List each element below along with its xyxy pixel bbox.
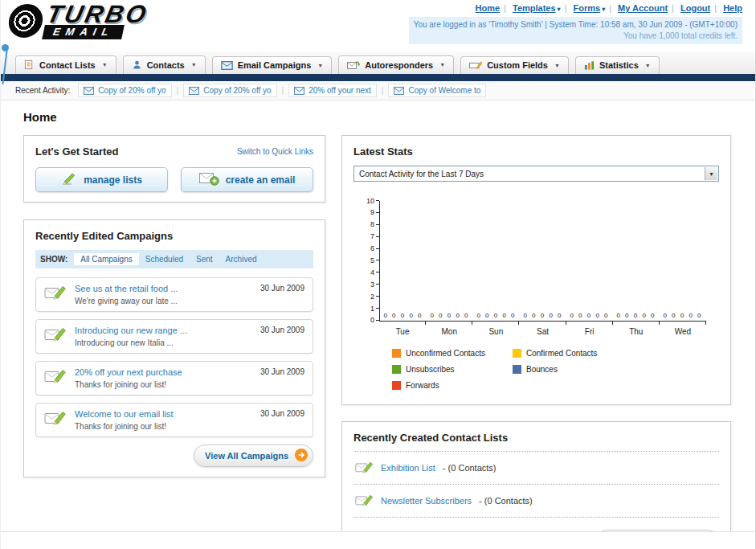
x-axis-tick xyxy=(519,322,566,325)
campaign-list-item: Introducing our new range ... Introducin… xyxy=(35,319,313,354)
logo-text: TURBO EMAIL xyxy=(42,2,150,39)
stats-period-dropdown[interactable]: Contact Activity for the Last 7 Days ▼ xyxy=(353,166,719,182)
filter-tab-all-campaigns[interactable]: All Campaigns xyxy=(74,253,138,265)
contact-activity-chart: 109876543210 0 0 0 0 00 0 0 0 00 0 0 0 0… xyxy=(353,201,719,336)
contact-list-link[interactable]: Newsletter Subscribers xyxy=(381,496,472,506)
contact-list-link[interactable]: Exhibition List xyxy=(381,463,435,473)
campaign-title-link[interactable]: 20% off your next purchase xyxy=(75,367,252,377)
nav-help-link[interactable]: Help xyxy=(723,3,742,13)
y-axis-label: 7 xyxy=(360,233,379,240)
x-axis-tick xyxy=(566,322,613,325)
main-content: Home Let's Get Started Switch to Quick L… xyxy=(1,100,755,549)
recent-activity-chip: 20% off your next xyxy=(288,84,377,97)
nav-templates: Templates▾ xyxy=(513,3,570,13)
campaign-title-link[interactable]: See us at the retail food ... xyxy=(75,284,252,293)
chart-values-group: 0 0 0 0 0 xyxy=(613,312,660,319)
email-campaigns-icon xyxy=(221,61,233,70)
y-axis-label: 8 xyxy=(360,221,379,228)
view-all-campaigns-button[interactable]: View All Campaigns xyxy=(194,445,313,467)
recent-contact-lists-panel: Recently Created Contact Lists Exhibitio… xyxy=(341,421,731,549)
recent-activity-link[interactable]: Copy of 20% off yo xyxy=(203,86,271,95)
get-started-panel: Let's Get Started Switch to Quick Links … xyxy=(23,135,325,203)
chart-values-group: 0 0 0 0 0 xyxy=(473,312,520,319)
get-started-title: Let's Get Started xyxy=(35,145,119,158)
x-axis-label: Thu xyxy=(613,327,660,336)
y-axis-label: 2 xyxy=(360,293,379,300)
y-axis-label: 9 xyxy=(360,209,379,216)
create-email-button[interactable]: create an email xyxy=(181,167,313,192)
x-axis-label: Tue xyxy=(379,327,426,336)
tab-email-campaigns[interactable]: Email Campaigns ▼ xyxy=(212,56,333,74)
custom-fields-icon xyxy=(469,60,482,70)
nav-my-account-link[interactable]: My Account xyxy=(618,3,668,13)
tab-contact-lists[interactable]: Contact Lists ▼ xyxy=(15,55,116,74)
tab-contacts[interactable]: Contacts ▼ xyxy=(123,55,206,74)
nav-home-link[interactable]: Home xyxy=(476,3,501,13)
filter-tab-archived[interactable]: Archived xyxy=(219,253,264,265)
x-axis-tick xyxy=(613,322,660,325)
stats-period-value: Contact Activity for the Last 7 Days xyxy=(359,170,484,178)
create-email-label: create an email xyxy=(226,174,296,186)
envelope-pencil-icon xyxy=(355,460,374,476)
chevron-down-icon: ▾ xyxy=(602,6,605,13)
campaign-subtitle: Thanks for joining our list! xyxy=(75,380,252,389)
recent-activity-link[interactable]: Copy of Welcome to xyxy=(408,86,480,95)
view-all-campaigns-label: View All Campaigns xyxy=(205,451,288,461)
y-axis-label: 6 xyxy=(360,245,379,252)
show-label: SHOW: xyxy=(40,255,67,264)
tab-custom-fields[interactable]: Custom Fields ▼ xyxy=(460,56,569,74)
nav-logout: Logout xyxy=(680,3,721,13)
chart-plot-area: 0 0 0 0 00 0 0 0 00 0 0 0 00 0 0 0 00 0 … xyxy=(379,201,706,322)
top-nav: Home Templates▾ Forms▾ My Account Logout… xyxy=(409,3,742,13)
legend-label: Unconfirmed Contacts xyxy=(406,349,485,358)
nav-forms-label: Forms xyxy=(574,3,601,13)
recent-activity-chip: Copy of Welcome to xyxy=(388,84,486,97)
tab-label: Contacts xyxy=(147,60,185,70)
filter-tab-sent[interactable]: Sent xyxy=(190,253,219,265)
recent-activity-item: Copy of Welcome to xyxy=(388,84,486,97)
navy-divider-bar xyxy=(1,74,755,81)
legend-swatch-confirmed xyxy=(513,349,521,358)
filter-tab-scheduled[interactable]: Scheduled xyxy=(139,253,190,265)
campaign-title-link[interactable]: Introducing our new range ... xyxy=(75,326,252,335)
legend-label: Forwards xyxy=(406,381,439,390)
campaign-list-item: Welcome to our email list Thanks for joi… xyxy=(35,403,313,437)
chevron-down-icon: ▼ xyxy=(645,63,651,68)
campaign-title-link[interactable]: Welcome to our email list xyxy=(75,409,252,419)
chart-values-group: 0 0 0 0 0 xyxy=(520,312,566,319)
campaign-list: See us at the retail food ... We're givi… xyxy=(35,277,313,437)
x-axis-label: Fri xyxy=(566,327,613,336)
manage-lists-button[interactable]: manage lists xyxy=(35,167,168,192)
y-axis-label: 4 xyxy=(360,268,379,276)
tab-autoresponders[interactable]: Autoresponders ▼ xyxy=(338,55,454,74)
nav-forms-link[interactable]: Forms▾ xyxy=(574,3,606,13)
tab-statistics[interactable]: Statistics ▼ xyxy=(575,56,660,74)
page-title: Home xyxy=(23,110,731,124)
recent-activity-link[interactable]: Copy of 20% off yo xyxy=(98,86,166,95)
logo-text-email: EMAIL xyxy=(42,25,125,39)
switch-quick-links-link[interactable]: Switch to Quick Links xyxy=(237,147,313,156)
nav-logout-link[interactable]: Logout xyxy=(680,3,710,13)
legend-item: Unconfirmed Contacts xyxy=(392,349,513,358)
envelope-pencil-icon xyxy=(44,284,67,304)
campaign-date: 30 Jun 2009 xyxy=(260,367,304,376)
envelope-pencil-icon xyxy=(44,326,67,346)
page-footer xyxy=(1,531,755,549)
chart-values-group: 0 0 0 0 0 xyxy=(427,312,473,319)
left-column: Let's Get Started Switch to Quick Links … xyxy=(23,135,325,477)
contacts-icon xyxy=(132,59,142,70)
pencil-icon xyxy=(61,172,77,188)
nav-forms: Forms▾ xyxy=(574,3,616,13)
tab-label: Statistics xyxy=(599,60,639,70)
envelope-icon xyxy=(189,87,199,95)
recent-activity-item: 20% off your next xyxy=(288,84,388,97)
chevron-down-icon: ▼ xyxy=(191,62,197,68)
chart-values-group: 0 0 0 0 0 xyxy=(566,312,613,319)
legend-swatch-unsubscribes xyxy=(392,365,401,374)
arrow-right-icon xyxy=(295,449,308,463)
legend-label: Bounces xyxy=(526,365,558,374)
campaign-date: 30 Jun 2009 xyxy=(260,326,304,334)
recent-activity-link[interactable]: 20% off your next xyxy=(309,86,371,95)
recent-activity-chip: Copy of 20% off yo xyxy=(78,84,171,97)
nav-templates-link[interactable]: Templates▾ xyxy=(513,3,561,13)
